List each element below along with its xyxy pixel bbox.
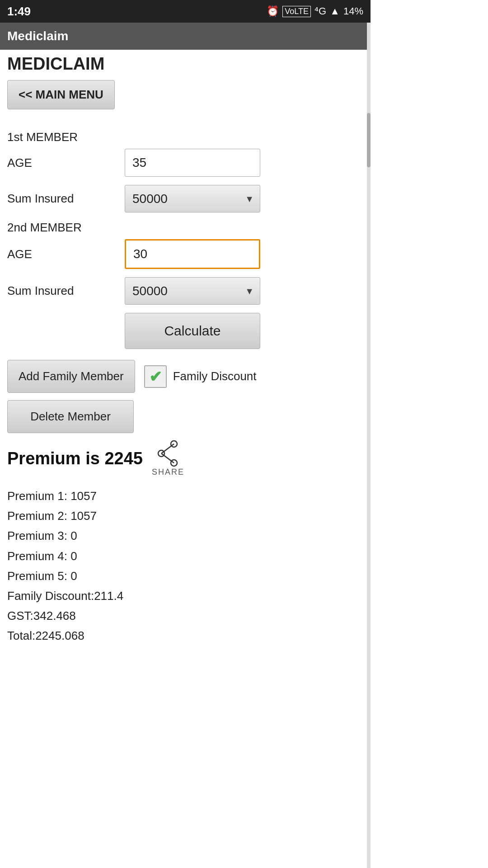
share-button[interactable]: SHARE xyxy=(152,440,184,477)
premium-label: Premium is 2245 xyxy=(7,449,143,468)
app-title: Mediclaim xyxy=(7,29,68,43)
share-icon xyxy=(157,440,179,467)
member2-sum-select[interactable]: 50000 100000 200000 300000 500000 xyxy=(125,277,260,305)
member1-sum-select[interactable]: 50000 100000 200000 300000 500000 xyxy=(125,185,260,212)
family-discount-group: ✔ Family Discount xyxy=(144,365,257,388)
delete-member-button[interactable]: Delete Member xyxy=(7,400,134,433)
app-bar: Mediclaim xyxy=(0,23,371,50)
result-premium4: Premium 4: 0 xyxy=(7,546,363,566)
result-premium1: Premium 1: 1057 xyxy=(7,486,363,506)
svg-line-3 xyxy=(161,444,174,453)
member1-sum-row: Sum Insured 50000 100000 200000 300000 5… xyxy=(7,185,363,212)
member1-sum-select-wrapper: 50000 100000 200000 300000 500000 xyxy=(125,185,260,212)
member1-label: 1st MEMBER xyxy=(7,130,363,144)
member1-age-label: AGE xyxy=(7,156,125,170)
result-family-discount: Family Discount:211.4 xyxy=(7,586,363,606)
signal-4g-icon: ⁴G xyxy=(314,5,326,17)
add-member-row: Add Family Member ✔ Family Discount xyxy=(7,360,363,393)
signal-bars-icon: ▲ xyxy=(330,5,340,17)
result-premium2: Premium 2: 1057 xyxy=(7,506,363,526)
result-total: Total:2245.068 xyxy=(7,626,363,646)
volte-icon: VoLTE xyxy=(282,6,311,17)
member2-sum-select-wrapper: 50000 100000 200000 300000 500000 xyxy=(125,277,260,305)
member2-sum-row: Sum Insured 50000 100000 200000 300000 5… xyxy=(7,277,363,305)
results-section: Premium 1: 1057 Premium 2: 1057 Premium … xyxy=(7,486,363,646)
svg-line-4 xyxy=(161,453,174,463)
checkmark-icon: ✔ xyxy=(149,368,162,386)
add-family-member-button[interactable]: Add Family Member xyxy=(7,360,135,393)
status-right: ⏰ VoLTE ⁴G ▲ 14% xyxy=(267,5,363,17)
scrollbar[interactable] xyxy=(367,23,371,868)
member2-age-row: AGE xyxy=(7,239,363,269)
family-discount-checkbox[interactable]: ✔ xyxy=(144,365,167,388)
member2-age-input[interactable] xyxy=(125,239,260,269)
member1-sum-label: Sum Insured xyxy=(7,192,125,206)
scrollbar-thumb[interactable] xyxy=(367,113,371,167)
family-discount-label: Family Discount xyxy=(173,369,257,383)
result-gst: GST:342.468 xyxy=(7,606,363,626)
battery-level: 14% xyxy=(343,5,363,17)
status-time: 1:49 xyxy=(7,5,31,19)
alarm-icon: ⏰ xyxy=(267,5,279,17)
share-label: SHARE xyxy=(152,467,184,477)
main-menu-button[interactable]: << MAIN MENU xyxy=(7,80,115,109)
member2-age-label: AGE xyxy=(7,247,125,261)
calculate-button[interactable]: Calculate xyxy=(125,313,260,349)
member1-age-row: AGE xyxy=(7,149,363,177)
main-content: MEDICLAIM << MAIN MENU 1st MEMBER AGE Su… xyxy=(0,50,371,660)
premium-row: Premium is 2245 SHARE xyxy=(7,440,363,477)
page-title: MEDICLAIM xyxy=(7,54,363,74)
result-premium5: Premium 5: 0 xyxy=(7,566,363,586)
status-bar: 1:49 ⏰ VoLTE ⁴G ▲ 14% xyxy=(0,0,371,23)
member1-age-input[interactable] xyxy=(125,149,260,177)
member2-sum-label: Sum Insured xyxy=(7,284,125,298)
delete-member-row: Delete Member xyxy=(7,400,363,433)
member2-label: 2nd MEMBER xyxy=(7,221,363,235)
result-premium3: Premium 3: 0 xyxy=(7,526,363,546)
